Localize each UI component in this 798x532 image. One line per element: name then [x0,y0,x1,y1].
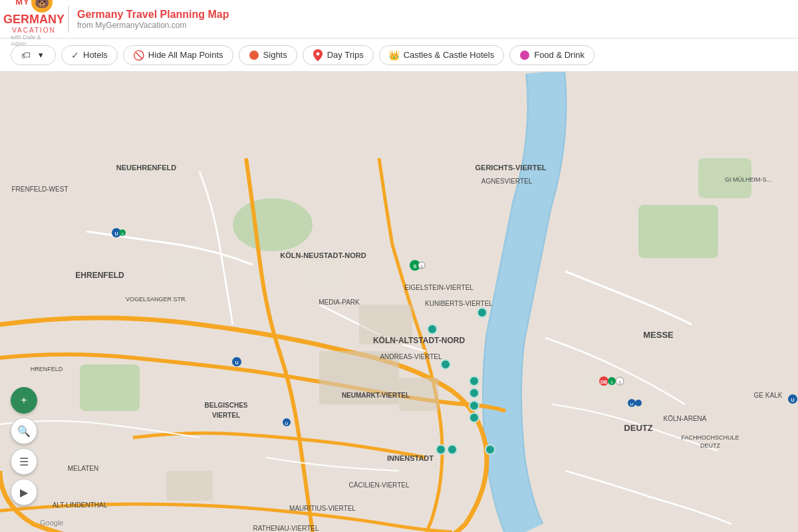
header: MY 🐻 GERMANY VACATION with Dale & Adam G… [0,0,798,39]
svg-text:CÄCILIEN-VIERTEL: CÄCILIEN-VIERTEL [349,481,410,489]
svg-text:U: U [630,402,633,406]
tag-icon: 🏷 [21,50,31,61]
svg-text:S: S [610,380,613,384]
main-title: Germany Travel Planning Map [77,9,229,21]
hide-all-button[interactable]: 🚫 Hide All Map Points [123,45,233,65]
food-dot-icon [519,50,530,61]
eye-slash-icon: 🚫 [133,50,144,61]
map-point-7[interactable] [469,412,479,423]
add-point-button[interactable]: + [11,387,37,414]
logo-box: MY 🐻 GERMANY VACATION with Dale & Adam [11,6,57,33]
sub-title: from MyGermanyVacation.com [77,21,229,30]
check-icon: ✓ [71,50,79,61]
svg-text:KÖLN-NEUSTADT-NORD: KÖLN-NEUSTADT-NORD [280,251,366,259]
castles-label: Castles & Castle Hotels [404,50,495,60]
day-trips-label: Day Trips [327,50,364,60]
map-point-6[interactable] [469,400,479,411]
map-point-3[interactable] [440,359,451,370]
svg-text:S: S [420,265,423,269]
svg-text:S: S [413,263,417,269]
navigate-icon: ▶ [20,486,28,499]
svg-text:ANDREAS-VIERTEL: ANDREAS-VIERTEL [380,353,442,360]
svg-text:INNENSTADT: INNENSTADT [387,454,434,462]
svg-text:MELATEN: MELATEN [68,465,99,472]
svg-text:EHRENFELD: EHRENFELD [75,271,124,280]
svg-text:MESSE: MESSE [643,330,674,340]
svg-rect-13 [166,471,213,501]
castles-icon: 👑 [389,50,400,61]
filter-icon: ☰ [19,456,29,468]
day-trips-button[interactable]: Day Trips [303,45,374,65]
castles-button[interactable]: 👑 Castles & Castle Hotels [379,45,505,65]
map-svg: S S U S U U U DB S S U U NEUEHRENFELD FR… [0,72,798,532]
hotels-label: Hotels [83,50,108,60]
svg-text:GE KALK: GE KALK [754,392,783,399]
tag-button[interactable]: 🏷 ▾ [11,45,56,65]
svg-text:S: S [618,380,621,384]
svg-text:KÖLN-ARENA: KÖLN-ARENA [663,415,706,422]
search-map-button[interactable]: 🔍 [11,418,37,444]
title-area: Germany Travel Planning Map from MyGerma… [77,9,229,30]
google-watermark: Google [40,519,63,527]
svg-text:U: U [285,422,288,426]
plus-icon: + [21,394,27,406]
food-drink-button[interactable]: Food & Drink [509,45,595,65]
chevron-down-icon: ▾ [35,50,46,61]
svg-text:U: U [114,231,118,236]
svg-rect-3 [638,205,718,258]
svg-text:KÖLN-ALTSTADT-NORD: KÖLN-ALTSTADT-NORD [373,335,466,345]
navigate-button[interactable]: ▶ [11,479,37,505]
svg-text:MAURITIUS-VIERTEL: MAURITIUS-VIERTEL [289,505,356,512]
svg-rect-7 [299,258,346,291]
map-container[interactable]: S S U S U U U DB S S U U NEUEHRENFELD FR… [0,72,798,532]
svg-point-36 [635,400,642,406]
svg-text:VOGELSANGER STR.: VOGELSANGER STR. [126,296,187,303]
filter-button[interactable]: ☰ [11,448,37,475]
svg-text:VIERTEL: VIERTEL [212,412,240,419]
svg-text:GERICHTS-VIERTEL: GERICHTS-VIERTEL [475,164,547,172]
sights-label: Sights [263,50,287,60]
svg-text:FRENFELD-WEST: FRENFELD-WEST [12,186,68,193]
logo-vacation: VACATION [12,27,56,34]
map-point-2[interactable] [427,324,438,334]
svg-text:S: S [121,232,124,236]
svg-text:U: U [235,360,238,365]
map-controls: + 🔍 ☰ ▶ [11,387,37,505]
svg-text:RATHENAU-VIERTEL: RATHENAU-VIERTEL [253,525,319,532]
logo-germany: GERMANY [3,13,65,27]
svg-text:KUNIBERTS-VIERTEL: KUNIBERTS-VIERTEL [425,300,493,307]
toolbar: 🏷 ▾ ✓ Hotels 🚫 Hide All Map Points Sight… [0,39,798,72]
map-point-1[interactable] [477,307,487,318]
svg-text:GI MÜLHEIM-S...: GI MÜLHEIM-S... [725,176,771,183]
map-point-4[interactable] [469,376,479,386]
logo-my: MY [15,0,30,7]
search-icon: 🔍 [17,425,31,438]
svg-text:NEUMARKT-VIERTEL: NEUMARKT-VIERTEL [342,392,410,399]
svg-rect-10 [166,258,206,285]
svg-text:DEUTZ: DEUTZ [624,423,652,433]
map-point-5[interactable] [469,388,479,398]
svg-text:ALT-LINDENTHAL: ALT-LINDENTHAL [53,501,108,509]
food-drink-label: Food & Drink [534,50,585,60]
svg-text:DEUTZ: DEUTZ [700,442,720,449]
logo-area: MY 🐻 GERMANY VACATION with Dale & Adam [11,6,69,33]
svg-text:NEUEHRENFELD: NEUEHRENFELD [116,164,177,172]
svg-text:HRENFELD: HRENFELD [31,366,63,372]
map-point-10[interactable] [485,444,495,455]
map-point-8[interactable] [436,444,446,455]
svg-text:BELGISCHES: BELGISCHES [204,402,247,409]
svg-point-1 [233,198,313,251]
sights-dot-icon [249,50,259,61]
day-trips-loc-icon [313,50,323,61]
svg-text:AGNESVIERTEL: AGNESVIERTEL [481,178,533,185]
svg-text:MEDIA-PARK: MEDIA-PARK [319,299,360,306]
hotels-button[interactable]: ✓ Hotels [61,45,118,65]
logo-icon: 🐻 [31,0,53,13]
svg-text:U: U [791,398,794,402]
map-point-9[interactable] [447,444,458,455]
svg-text:DB: DB [600,380,607,384]
svg-text:EIGELSTEIN-VIERTEL: EIGELSTEIN-VIERTEL [404,284,473,291]
sights-button[interactable]: Sights [239,45,297,65]
svg-text:FACHHOCHSCHULE: FACHHOCHSCHULE [681,434,739,441]
svg-rect-2 [80,364,140,411]
